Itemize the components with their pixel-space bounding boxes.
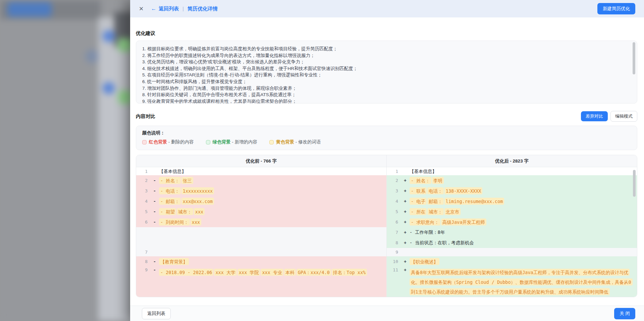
- suggestion-item: 9. 强化教育背景中的学术成就或课程相关性，尤其是与岗位需求契合的部分；: [142, 98, 628, 104]
- diff-line-content: - 电子邮箱：liming.resume@xxx.com: [409, 196, 637, 206]
- diff-marker: +: [401, 267, 409, 272]
- modified-word-chunk: 138-XXXX-XXXX: [444, 187, 483, 194]
- modified-word-chunk: 高级Java开发工程师: [441, 218, 486, 226]
- legend-title: 颜色说明：: [142, 130, 631, 136]
- diff-text: - 当前状态：在职，考虑新机会: [410, 240, 474, 245]
- line-number: 6: [136, 219, 151, 224]
- diff-marker: -: [151, 209, 158, 214]
- header-separator: |: [182, 6, 184, 11]
- line-number: 11: [387, 267, 401, 272]
- diff-marker: -: [151, 199, 158, 204]
- modified-word-chunk: - 姓名：: [159, 177, 181, 184]
- diff-line-content: - 电话：1xxxxxxxxxx: [158, 186, 386, 196]
- diff-row: 9: [387, 248, 637, 256]
- diff-line-content: - 姓名：张三: [158, 176, 386, 185]
- line-number: 5: [387, 209, 401, 214]
- diff-text: 【基本信息】: [410, 169, 437, 174]
- modified-word-chunk: - 到岗时间：: [159, 218, 190, 226]
- modified-word-chunk: xxx: [194, 208, 205, 215]
- diff-row: 1【基本信息】: [136, 167, 386, 175]
- modified-word-chunk: 1xxxxxxxxxx: [181, 187, 214, 194]
- legend-item-added: 绿色背景 - 新增的内容: [206, 139, 258, 145]
- diff-line-content: - 2018.09 - 2022.06xxx 大学xxx 学院xxx 专业本科G…: [158, 267, 386, 277]
- diff-row: 8+- 当前状态：在职，考虑新机会: [387, 238, 637, 248]
- line-number: 1: [387, 169, 401, 174]
- suggestion-item: 6. 统一时间格式和排版风格，提升整体视觉专业度；: [142, 78, 628, 85]
- diff-row: 1【基本信息】: [387, 167, 637, 175]
- back-to-list-link[interactable]: ← 返回列表: [151, 6, 179, 12]
- diff-pane-after: 1【基本信息】 2+- 姓名：李明3+- 联系电话：138-XXXX-XXXX4…: [386, 167, 637, 297]
- line-number: 2: [387, 178, 401, 183]
- suggestions-scrollbar-thumb[interactable]: [633, 42, 635, 74]
- diff-line-content: - 联系电话：138-XXXX-XXXX: [409, 186, 637, 196]
- diff-marker: +: [401, 199, 409, 204]
- diff-pane-before: 1【基本信息】 2-- 姓名：张三3-- 电话：1xxxxxxxxxx4-- 邮…: [136, 167, 386, 297]
- modal-footer: 返回列表 关 闭: [130, 306, 644, 321]
- diff-marker: +: [401, 178, 409, 183]
- legend-desc: - 删除的内容: [167, 139, 194, 144]
- background-faint-icon: [85, 50, 99, 63]
- red-swatch-icon: [142, 140, 147, 144]
- comparison-header: 内容对比 差异对比 编辑模式: [136, 111, 637, 122]
- line-number: 6: [387, 219, 401, 224]
- diff-row: 5-- 期望城市：xxx: [136, 206, 386, 217]
- diff-line-content: 【职业概述】: [409, 257, 637, 266]
- diff-mode-button[interactable]: 差异对比: [581, 111, 608, 121]
- legend-item-modified: 黄色背景 - 修改的词语: [269, 139, 321, 145]
- modified-word-chunk: GPA：xxx/4.0: [297, 269, 331, 276]
- line-number: 5: [136, 209, 151, 214]
- diff-line-content: 【基本信息】: [158, 167, 386, 176]
- modified-word-chunk: 李明: [432, 177, 444, 184]
- diff-line-content: 具备8年大型互联网系统后端开发与架构设计经验的高级Java工程师，专注于高并发、…: [409, 267, 637, 297]
- modified-word-chunk: 城市：: [177, 208, 193, 215]
- back-arrow-icon: ←: [151, 6, 156, 11]
- diff-row: 2+- 姓名：李明: [387, 175, 637, 186]
- back-to-list-button[interactable]: 返回列表: [142, 308, 171, 319]
- background-logo: [7, 2, 52, 17]
- modified-word-chunk: - 所在: [410, 208, 427, 215]
- comparison-section-title: 内容对比: [136, 113, 155, 120]
- resume-optimization-detail-modal: ✕ ← 返回列表 | 简历优化详情 新建简历优化 优化建议 1. 根据目标岗位要…: [130, 0, 644, 321]
- diff-scrollbar-thumb[interactable]: [633, 170, 636, 197]
- diff-marker: -: [151, 267, 158, 272]
- diff-marker: -: [151, 178, 158, 183]
- diff-line-content: 【基本信息】: [409, 167, 637, 176]
- close-icon[interactable]: ✕: [139, 6, 144, 12]
- diff-line-content: - 所在城市：北京市: [409, 207, 637, 216]
- modified-word-chunk: - 2018.09 - 2022.06: [159, 269, 213, 276]
- suggestions-section-title: 优化建议: [136, 30, 637, 37]
- modified-word-chunk: - 电子: [410, 198, 427, 205]
- diff-line-content: 【教育背景】: [158, 257, 386, 266]
- legend-label: 绿色背景: [213, 139, 231, 144]
- diff-header: 优化前 - 766 字 优化后 - 2823 字: [136, 155, 637, 167]
- new-optimization-button[interactable]: 新建简历优化: [597, 3, 635, 14]
- line-number: 9: [387, 250, 401, 255]
- suggestions-list: 1. 根据目标岗位要求，明确提炼并前置与岗位高度相关的专业技能和项目经验，提升简…: [142, 46, 628, 104]
- modified-word-chunk: - 求职意向：: [410, 218, 440, 226]
- diff-marker: +: [401, 188, 409, 193]
- diff-marker: +: [401, 259, 409, 264]
- diff-row: 5+- 所在城市：北京市: [387, 206, 637, 217]
- diff-row: 3+- 联系电话：138-XXXX-XXXX: [387, 186, 637, 196]
- diff-row: 6-- 到岗时间：xxx: [136, 217, 386, 227]
- diff-row: 9-- 2018.09 - 2022.06xxx 大学xxx 学院xxx 专业本…: [136, 267, 386, 297]
- modified-word-chunk: xxx 大学: [214, 269, 237, 276]
- line-number: 8: [136, 259, 151, 264]
- modified-word-chunk: liming.resume@xxx.com: [444, 198, 504, 205]
- suggestion-item: 2. 将工作经历中的职责描述转化为成果导向的表达方式，增加量化指标以增强说服力；: [142, 52, 628, 59]
- diff-row: 11+具备8年大型互联网系统后端开发与架构设计经验的高级Java工程师，专注于高…: [387, 267, 637, 297]
- legend-label: 红色背景: [149, 139, 167, 144]
- diff-marker: +: [401, 240, 409, 245]
- diff-text: - 工作年限：8年: [410, 230, 445, 235]
- close-button[interactable]: 关 闭: [614, 308, 635, 319]
- diff-row: 7: [136, 248, 386, 256]
- diff-body[interactable]: 1【基本信息】 2-- 姓名：张三3-- 电话：1xxxxxxxxxx4-- 邮…: [136, 167, 637, 297]
- modified-word-chunk: 【职业概述】: [410, 258, 439, 265]
- suggestions-box[interactable]: 1. 根据目标岗位要求，明确提炼并前置与岗位高度相关的专业技能和项目经验，提升简…: [136, 41, 637, 104]
- suggestion-item: 8. 针对目标岗位关键词，在简历中合理分布相关术语，提高ATS系统通过率；: [142, 91, 628, 98]
- modified-word-chunk: 本科: [284, 269, 296, 276]
- diff-marker: -: [151, 188, 158, 193]
- edit-mode-button[interactable]: 编辑模式: [610, 111, 637, 122]
- diff-line-content: - 到岗时间：xxx: [158, 217, 386, 227]
- diff-row: [136, 227, 386, 248]
